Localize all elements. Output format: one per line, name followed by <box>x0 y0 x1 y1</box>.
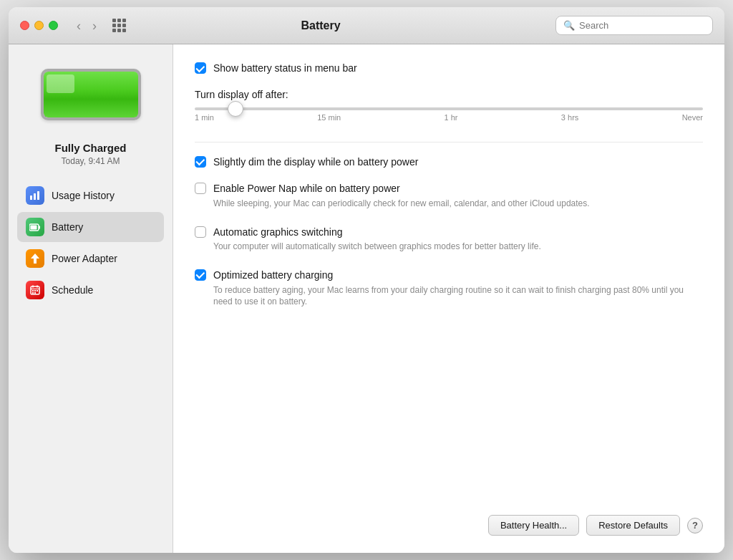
close-button[interactable] <box>20 21 29 30</box>
schedule-icon <box>26 281 44 299</box>
show-battery-checkbox[interactable] <box>195 62 206 74</box>
divider-1 <box>195 142 703 143</box>
show-battery-label: Show battery status in menu bar <box>213 62 357 76</box>
svg-rect-13 <box>37 290 38 291</box>
sidebar: Fully Charged Today, 9:41 AM Usage Histo… <box>9 44 173 553</box>
svg-rect-9 <box>37 286 38 288</box>
dim-display-row: Slightly dim the display while on batter… <box>195 155 703 170</box>
power-nap-checkbox[interactable] <box>195 183 206 194</box>
show-battery-row: Show battery status in menu bar <box>195 62 703 76</box>
slider-thumb[interactable] <box>228 101 243 117</box>
main-panel: Show battery status in menu bar Turn dis… <box>173 44 724 553</box>
power-nap-desc: While sleeping, your Mac can periodicall… <box>213 198 703 210</box>
optimized-charging-checkbox[interactable] <box>195 269 206 281</box>
slider-labels: 1 min 15 min 1 hr 3 hrs Never <box>195 113 703 122</box>
battery-icon-container <box>34 59 148 130</box>
titlebar: ‹ › Battery 🔍 <box>9 7 724 44</box>
slider-track <box>195 107 703 110</box>
sidebar-item-power-adapter[interactable]: Power Adapter <box>17 243 164 274</box>
sidebar-item-label-battery: Battery <box>52 221 83 233</box>
minimize-button[interactable] <box>34 21 44 30</box>
svg-rect-11 <box>32 290 34 291</box>
svg-rect-10 <box>31 289 39 289</box>
dim-display-label: Slightly dim the display while on batter… <box>213 155 703 170</box>
battery-body-icon <box>41 69 141 120</box>
battery-health-button[interactable]: Battery Health... <box>488 515 579 536</box>
svg-rect-8 <box>32 286 34 288</box>
battery-shine <box>47 74 75 93</box>
auto-graphics-content: Automatic graphics switching Your comput… <box>213 226 703 253</box>
search-box[interactable]: 🔍 <box>555 16 713 35</box>
battery-time-label: Today, 9:41 AM <box>54 156 126 166</box>
slider-label-15min: 15 min <box>317 113 341 122</box>
svg-marker-6 <box>31 254 39 264</box>
restore-defaults-button[interactable]: Restore Defaults <box>586 515 680 536</box>
dim-display-checkbox[interactable] <box>195 156 206 168</box>
dim-display-content: Slightly dim the display while on batter… <box>213 155 703 170</box>
sidebar-item-usage-history[interactable]: Usage History <box>17 180 164 211</box>
footer: Battery Health... Restore Defaults ? <box>195 501 703 536</box>
sidebar-item-label-usage: Usage History <box>52 190 115 201</box>
battery-status-label: Fully Charged <box>54 142 126 154</box>
power-adapter-icon <box>26 249 44 268</box>
svg-rect-0 <box>30 195 32 200</box>
maximize-button[interactable] <box>49 21 58 30</box>
help-button[interactable]: ? <box>687 518 703 534</box>
sidebar-nav: Usage History Battery <box>17 180 164 305</box>
optimized-charging-content: Optimized battery charging To reduce bat… <box>213 269 703 308</box>
optimized-charging-label: Optimized battery charging <box>213 269 703 283</box>
svg-rect-15 <box>34 292 36 294</box>
slider-label-1min: 1 min <box>195 113 214 122</box>
sidebar-item-schedule[interactable]: Schedule <box>17 275 164 305</box>
power-nap-row: Enable Power Nap while on battery power … <box>195 182 703 209</box>
power-nap-content: Enable Power Nap while on battery power … <box>213 182 703 209</box>
main-window: ‹ › Battery 🔍 <box>9 7 724 553</box>
power-nap-label: Enable Power Nap while on battery power <box>213 182 703 196</box>
sidebar-item-battery[interactable]: Battery <box>17 212 164 242</box>
search-input[interactable] <box>579 20 705 31</box>
svg-rect-2 <box>37 191 39 200</box>
optimized-charging-row: Optimized battery charging To reduce bat… <box>195 269 703 308</box>
svg-rect-14 <box>32 292 34 294</box>
content-area: Fully Charged Today, 9:41 AM Usage Histo… <box>9 44 724 553</box>
auto-graphics-label: Automatic graphics switching <box>213 226 703 240</box>
back-button[interactable]: ‹ <box>72 18 85 34</box>
battery-label-container: Fully Charged Today, 9:41 AM <box>54 142 126 166</box>
svg-rect-5 <box>39 226 40 228</box>
window-title: Battery <box>94 19 547 32</box>
auto-graphics-checkbox[interactable] <box>195 226 206 238</box>
sidebar-item-label-schedule: Schedule <box>52 284 93 296</box>
search-icon: 🔍 <box>563 20 575 31</box>
sidebar-item-label-power: Power Adapter <box>52 253 117 264</box>
svg-rect-12 <box>34 290 36 291</box>
slider-label-3hrs: 3 hrs <box>561 113 578 122</box>
optimized-charging-desc: To reduce battery aging, your Mac learns… <box>213 284 703 309</box>
slider-label: Turn display off after: <box>195 89 703 100</box>
slider-container[interactable]: 1 min 15 min 1 hr 3 hrs Never <box>195 107 703 122</box>
slider-label-never: Never <box>682 113 703 122</box>
auto-graphics-desc: Your computer will automatically switch … <box>213 241 703 253</box>
traffic-lights <box>20 21 58 30</box>
auto-graphics-row: Automatic graphics switching Your comput… <box>195 226 703 253</box>
display-off-section: Turn display off after: 1 min 15 min 1 h… <box>195 89 703 122</box>
svg-rect-1 <box>34 193 36 200</box>
svg-rect-4 <box>31 225 37 229</box>
usage-history-icon <box>26 186 44 205</box>
battery-icon <box>26 218 44 236</box>
slider-label-1hr: 1 hr <box>445 113 458 122</box>
